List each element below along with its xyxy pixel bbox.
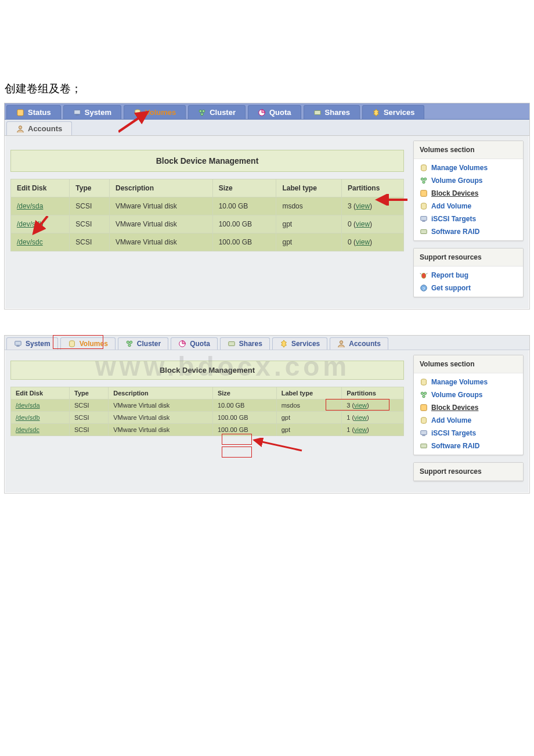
cell-type: SCSI [70,197,110,215]
disk-link[interactable]: /dev/sdb [16,414,40,421]
sidebar-item-add-volume[interactable]: Add Volume [414,200,523,213]
tab-accounts[interactable]: Accounts [330,337,388,350]
sidebar-item-label: Block Devices [431,189,478,197]
tab-label: System [85,108,111,117]
sidebar-item-iscsi-targets[interactable]: iSCSI Targets [414,213,523,225]
disk-link[interactable]: /dev/sda [16,402,40,409]
sidebar-item-label: Block Devices [431,404,478,412]
tab-volumes[interactable]: Volumes [124,105,186,119]
bug-icon [420,271,428,279]
table-row: /dev/sdb SCSI VMware Virtual disk 100.00… [11,412,404,424]
volumes-icon [68,340,76,348]
disk-link[interactable]: /dev/sda [17,202,43,210]
tab-system[interactable]: System [6,337,58,350]
cell-partitions: 1 (view) [342,424,404,436]
cell-label: gpt [276,424,342,436]
sidebar: Volumes section Manage Volumes Volume Gr… [410,350,529,493]
tab-label: Shares [239,340,262,348]
tab-quota[interactable]: Quota [248,105,301,119]
sidebar: Volumes section Manage Volumes Volume Gr… [410,136,529,309]
sidebar-item-volume-groups[interactable]: Volume Groups [414,174,523,187]
sidebar-item-label: iSCSI Targets [431,429,476,437]
cell-partitions: 0 (view) [342,233,404,251]
tab-label: Volumes [80,340,108,348]
tab-bar: System Volumes Cluster Quota Shares Serv… [5,336,529,350]
main-panel: Block Device Management Edit Disk Type D… [5,350,410,441]
cell-partitions: 1 (view) [342,412,404,424]
tab-shares[interactable]: Shares [220,337,270,350]
sidebar-item-manage-volumes[interactable]: Manage Volumes [414,376,523,388]
disk-link[interactable]: /dev/sdc [16,426,39,433]
tab-cluster[interactable]: Cluster [118,337,168,350]
group-icon [420,177,428,185]
table-row: /dev/sdc SCSI VMware Virtual disk 100.00… [11,233,404,251]
partitions-view-link[interactable]: view [356,238,370,246]
cell-label: gpt [276,233,342,251]
main-panel: Block Device Management Edit Disk Type D… [5,136,410,256]
col-description: Description [109,387,213,399]
cell-size: 100.00 GB [212,424,276,436]
support-icon [420,284,428,292]
iscsi-icon [420,429,428,437]
partitions-view-link[interactable]: view [354,402,367,409]
raid-icon [420,442,428,450]
cell-size: 10.00 GB [212,197,276,215]
tab-accounts[interactable]: Accounts [6,121,72,135]
cell-desc: VMware Virtual disk [109,412,213,424]
table-row: /dev/sda SCSI VMware Virtual disk 10.00 … [11,399,404,412]
cell-label: msdos [276,197,342,215]
col-partitions: Partitions [342,179,404,197]
cluster-icon [125,340,134,348]
tab-label: Services [384,108,415,117]
cell-desc: VMware Virtual disk [110,197,213,215]
sidebar-item-software-raid[interactable]: Software RAID [414,440,523,452]
sidebar-item-block-devices[interactable]: Block Devices [414,187,523,200]
cell-partitions: 3 (view) [342,399,404,412]
cell-partitions: 0 (view) [342,215,404,233]
disk-link[interactable]: /dev/sdb [17,220,43,228]
manage-icon [420,378,428,386]
sidebar-item-block-devices[interactable]: Block Devices [414,401,523,414]
sidebar-item-label: Volume Groups [431,391,482,399]
system-icon [73,109,81,117]
sidebar-item-volume-groups[interactable]: Volume Groups [414,388,523,401]
tab-label: Services [291,340,320,348]
cluster-icon [198,109,206,117]
sidebar-item-software-raid[interactable]: Software RAID [414,225,523,238]
section-title: Support resources [414,463,523,481]
tab-volumes[interactable]: Volumes [60,337,116,350]
partitions-view-link[interactable]: view [356,202,370,210]
add-icon [420,416,428,424]
tab-label: Accounts [28,124,62,133]
partitions-view-link[interactable]: view [354,426,367,433]
sidebar-item-report-bug[interactable]: Report bug [414,269,523,282]
tab-services[interactable]: Services [362,105,425,119]
sidebar-item-manage-volumes[interactable]: Manage Volumes [414,161,523,174]
panel-title: Block Device Management [10,361,404,380]
tab-shares[interactable]: Shares [304,105,360,119]
sidebar-item-get-support[interactable]: Get support [414,282,523,294]
tab-cluster[interactable]: Cluster [188,105,246,119]
sidebar-item-label: Get support [431,284,471,292]
cell-desc: VMware Virtual disk [110,215,213,233]
table-row: /dev/sdc SCSI VMware Virtual disk 100.00… [11,424,404,436]
cell-desc: VMware Virtual disk [110,233,213,251]
partitions-view-link[interactable]: view [356,220,370,228]
sidebar-item-add-volume[interactable]: Add Volume [414,414,523,427]
tab-services[interactable]: Services [272,337,327,350]
tab-status[interactable]: Status [6,105,61,119]
disk-link[interactable]: /dev/sdc [17,238,43,246]
tab-system[interactable]: System [63,105,121,119]
sidebar-item-label: Volume Groups [431,177,482,185]
col-partitions: Partitions [342,387,404,399]
raid-icon [420,228,428,236]
tab-quota[interactable]: Quota [171,337,218,350]
quota-icon [258,109,266,117]
shares-icon [228,340,236,348]
sidebar-item-label: Software RAID [431,442,479,450]
sidebar-item-iscsi-targets[interactable]: iSCSI Targets [414,427,523,440]
cell-type: SCSI [70,399,109,412]
partitions-view-link[interactable]: view [354,414,367,421]
sidebar-item-label: Manage Volumes [431,378,488,386]
cell-desc: VMware Virtual disk [109,399,213,412]
